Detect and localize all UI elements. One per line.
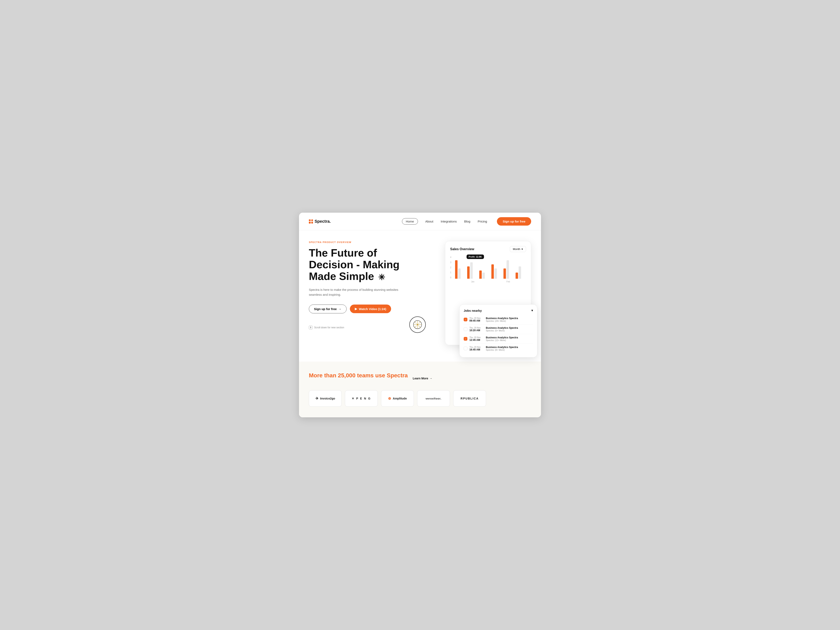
chart-bars xyxy=(455,256,526,279)
jobs-nearby-card: Jobs nearby ▾ ✓ Thu, 20 Nov 09:45 AM Bus… xyxy=(459,304,537,357)
bar-gray xyxy=(519,267,521,279)
nav-item-integrations[interactable]: Integrations xyxy=(441,219,457,223)
job-time-4: 16:45 AM xyxy=(469,348,484,351)
social-proof-header: More than 25,000 teams use Spectra Learn… xyxy=(309,372,531,385)
job-item-1: ✓ Thu, 20 Nov 09:45 AM Business Analytic… xyxy=(464,315,533,324)
social-proof-section: More than 25,000 teams use Spectra Learn… xyxy=(299,362,541,417)
nav-links: Home About Integrations Blog Pricing xyxy=(402,219,487,223)
chevron-down-icon: ▾ xyxy=(521,248,523,251)
brand-name: Spectra. xyxy=(314,219,331,224)
social-title-after: teams use Spectra xyxy=(357,372,408,379)
job-title-4: Business Analytics Spectra xyxy=(486,346,533,349)
bar-gray xyxy=(507,260,509,279)
hero-right: Sales Overview Month ▾ Profit: 12.8K 432… xyxy=(411,241,531,345)
jobs-header: Jobs nearby ▾ xyxy=(464,309,533,312)
bar-orange xyxy=(516,273,518,279)
bar-group-4 xyxy=(491,264,502,279)
hero-subtitle: Spectra is here to make the process of b… xyxy=(309,287,411,297)
hero-title-line3: Made Simple xyxy=(309,270,374,282)
job-time-1: 09:45 AM xyxy=(469,319,484,322)
bar-group-1 xyxy=(455,260,466,279)
logo[interactable]: Spectra. xyxy=(309,219,331,224)
signup-button[interactable]: Sign up for free → xyxy=(309,305,347,313)
job-checkbox-4[interactable] xyxy=(464,347,467,350)
month-selector[interactable]: Month ▾ xyxy=(510,246,526,252)
hero-title-line1: The Future of xyxy=(309,247,377,259)
bar-orange xyxy=(467,267,470,279)
bar-gray xyxy=(470,262,473,279)
job-item-3: ✓ Thu, 20 Nov 12:45 AM Business Analytic… xyxy=(464,334,533,344)
chart-x-labels: JanFeb xyxy=(455,281,526,283)
job-date-4: Thu, 20 Nov xyxy=(469,346,484,348)
job-time-col-2: Thu, 20 Nov 10:20 AM xyxy=(469,327,484,332)
job-date-1: Thu, 20 Nov xyxy=(469,317,484,319)
job-subtitle-1: Spectra: (24+ More) xyxy=(486,320,533,322)
nav-signup-button[interactable]: Sign up for free xyxy=(497,217,531,226)
nav-item-pricing[interactable]: Pricing xyxy=(478,219,487,223)
learn-more-link[interactable]: Learn More → xyxy=(413,377,432,380)
svg-point-1 xyxy=(417,324,418,325)
bar-orange xyxy=(455,260,458,279)
chart-y-labels: 43210 xyxy=(450,256,453,279)
job-time-2: 10:20 AM xyxy=(469,329,484,332)
logos-row: ✈ Invoice2go ✕ P E N G ⊕ Amplitude verox… xyxy=(309,390,531,407)
bar-orange xyxy=(491,264,494,279)
hero-section: SPECTRA PRODUCT OVERVIEW The Future of D… xyxy=(299,230,541,345)
wheel-icon xyxy=(409,316,426,333)
play-icon: ▶ xyxy=(355,307,357,311)
jobs-dropdown-icon: ▾ xyxy=(531,309,533,312)
nav-item-home[interactable]: Home xyxy=(402,219,418,223)
social-title-highlight: 25,000 xyxy=(338,372,355,379)
hero-title: The Future of Decision - Making Made Sim… xyxy=(309,247,411,283)
hero-title-line2: Decision - Making xyxy=(309,259,399,270)
invoice2go-icon: ✈ xyxy=(316,396,319,401)
job-time-col-3: Thu, 20 Nov 12:45 AM xyxy=(469,336,484,341)
bar-gray xyxy=(482,273,485,279)
star-icon: ✳ xyxy=(378,273,385,282)
job-info-1: Business Analytics Spectra Spectra: (24+… xyxy=(486,317,533,322)
chart-area: Profit: 12.8K 43210 xyxy=(450,256,526,283)
hero-tag: SPECTRA PRODUCT OVERVIEW xyxy=(309,241,411,243)
watch-video-button[interactable]: ▶ Watch Video (1:24) xyxy=(350,305,391,313)
job-title-2: Business Analytics Spectra xyxy=(486,327,533,329)
job-checkbox-2[interactable] xyxy=(464,327,467,331)
jobs-title: Jobs nearby xyxy=(464,309,482,312)
bar-gray xyxy=(458,268,461,279)
scroll-text: Scroll down for new section xyxy=(314,326,344,329)
svg-line-7 xyxy=(418,326,421,328)
arrow-right-icon: → xyxy=(338,307,341,311)
job-time-col-1: Thu, 20 Nov 09:45 AM xyxy=(469,317,484,322)
logo-badge-amplitude: ⊕ Amplitude xyxy=(381,390,414,407)
job-checkbox-1[interactable]: ✓ xyxy=(464,318,467,321)
dashboard-title: Sales Overview xyxy=(450,247,474,251)
logo-badge-peng: ✕ P E N G xyxy=(345,390,378,407)
logo-badge-veroxfloor: veroxfloor. xyxy=(417,390,450,407)
logo-icon xyxy=(309,219,313,224)
job-subtitle-2: Spectra: (5+ More) xyxy=(486,329,533,332)
navbar: Spectra. Home About Integrations Blog Pr… xyxy=(299,213,541,230)
nav-item-about[interactable]: About xyxy=(425,219,433,223)
job-time-3: 12:45 AM xyxy=(469,339,484,341)
svg-line-9 xyxy=(414,326,417,328)
job-subtitle-3: Spectra: (12+ More) xyxy=(486,339,533,341)
job-info-2: Business Analytics Spectra Spectra: (5+ … xyxy=(486,327,533,332)
job-info-3: Business Analytics Spectra Spectra: (12+… xyxy=(486,336,533,341)
bar-orange xyxy=(504,268,506,279)
job-item-2: Thu, 20 Nov 10:20 AM Business Analytics … xyxy=(464,324,533,334)
job-date-2: Thu, 20 Nov xyxy=(469,327,484,329)
nav-item-blog[interactable]: Blog xyxy=(464,219,470,223)
svg-line-8 xyxy=(418,322,421,324)
job-info-4: Business Analytics Spectra Spectra: (8+ … xyxy=(486,346,533,351)
hero-buttons: Sign up for free → ▶ Watch Video (1:24) xyxy=(309,305,411,313)
logo-badge-rpublica: RPUBLICA xyxy=(453,390,486,407)
job-checkbox-3[interactable]: ✓ xyxy=(464,337,467,341)
job-time-col-4: Thu, 20 Nov 16:45 AM xyxy=(469,346,484,351)
bar-group-6 xyxy=(516,267,526,279)
job-title-3: Business Analytics Spectra xyxy=(486,336,533,339)
amplitude-icon: ⊕ xyxy=(388,396,391,401)
job-title-1: Business Analytics Spectra xyxy=(486,317,533,320)
arrow-right-icon: → xyxy=(429,377,432,380)
browser-window: Spectra. Home About Integrations Blog Pr… xyxy=(299,213,541,417)
bar-group-2 xyxy=(467,262,478,279)
bar-group-3 xyxy=(479,270,490,279)
